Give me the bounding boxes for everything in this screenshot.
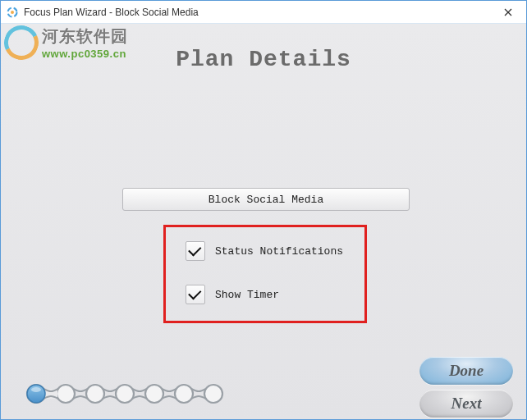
show-timer-checkbox[interactable] (186, 285, 205, 304)
close-button[interactable] (490, 1, 526, 24)
svg-point-1 (11, 11, 14, 14)
annotation-highlight (163, 225, 367, 323)
watermark-brand: 河东软件园 (42, 25, 128, 48)
svg-point-7 (116, 385, 134, 403)
svg-point-12 (31, 387, 41, 392)
client-area: 河东软件园 www.pc0359.cn Plan Details Block S… (1, 24, 526, 419)
page-title: Plan Details (1, 47, 526, 72)
wizard-progress (25, 383, 239, 404)
status-notifications-row: Status Notifications (186, 241, 343, 261)
done-button[interactable]: Done (419, 357, 513, 385)
app-window: Focus Plan Wizard - Block Social Media 河… (0, 0, 527, 420)
svg-point-9 (175, 385, 193, 403)
show-timer-label: Show Timer (215, 289, 279, 301)
status-notifications-checkbox[interactable] (186, 241, 205, 261)
next-button[interactable]: Next (419, 390, 513, 418)
window-title: Focus Plan Wizard - Block Social Media (24, 7, 490, 18)
status-notifications-label: Status Notifications (215, 245, 343, 258)
close-icon (504, 8, 512, 16)
titlebar: Focus Plan Wizard - Block Social Media (1, 1, 526, 24)
svg-point-10 (204, 385, 222, 403)
svg-point-6 (86, 385, 104, 403)
app-icon (6, 6, 19, 19)
plan-name-field[interactable]: Block Social Media (122, 188, 410, 211)
svg-point-8 (145, 385, 163, 403)
svg-point-5 (57, 385, 75, 403)
show-timer-row: Show Timer (186, 285, 279, 304)
